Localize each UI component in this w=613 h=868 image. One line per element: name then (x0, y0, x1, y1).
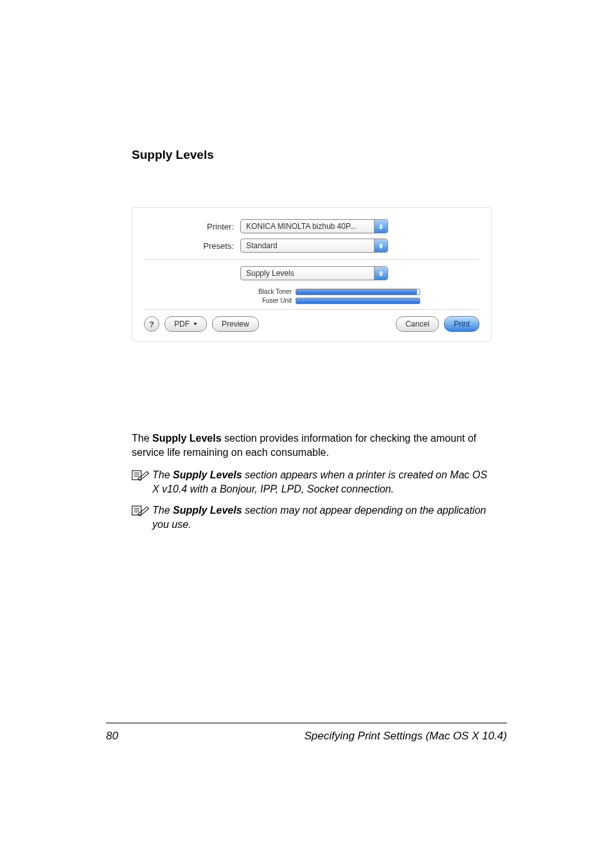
cancel-button[interactable]: Cancel (396, 316, 439, 332)
pdf-button[interactable]: PDF (164, 316, 207, 332)
note-text: The Supply Levels section may not appear… (152, 503, 492, 531)
note-icon (132, 468, 152, 496)
supply-bar-fill (296, 289, 417, 294)
supply-bar (296, 289, 420, 295)
printer-select[interactable]: KONICA MINOLTA bizhub 40P... (240, 219, 388, 233)
print-button-label: Print (454, 320, 470, 329)
supply-label: Fuser Unit (240, 297, 296, 304)
intro-paragraph: The Supply Levels section provides infor… (132, 431, 492, 459)
cancel-button-label: Cancel (405, 320, 429, 329)
section-heading: Supply Levels (132, 148, 492, 162)
pane-select[interactable]: Supply Levels (240, 266, 388, 280)
svg-rect-0 (132, 471, 141, 480)
pdf-button-label: PDF (174, 320, 190, 329)
pane-select-value: Supply Levels (246, 269, 294, 278)
printer-row: Printer: KONICA MINOLTA bizhub 40P... (144, 217, 479, 236)
text-fragment: The (152, 505, 173, 516)
chevron-down-icon (193, 323, 197, 325)
supply-label: Black Toner (240, 288, 296, 295)
text-bold: Supply Levels (173, 469, 242, 480)
help-button[interactable]: ? (144, 316, 159, 332)
page-footer: 80 Specifying Print Settings (Mac OS X 1… (106, 723, 507, 743)
svg-rect-4 (132, 506, 141, 515)
presets-label: Presets: (144, 241, 240, 251)
supply-bar (296, 298, 420, 304)
note-block: The Supply Levels section may not appear… (132, 503, 492, 531)
dropdown-arrows-icon (374, 239, 387, 252)
text-bold: Supply Levels (173, 505, 242, 516)
supply-levels-block: Black Toner Fuser Unit (240, 288, 420, 304)
supply-row: Fuser Unit (240, 297, 420, 304)
footer-title: Specifying Print Settings (Mac OS X 10.4… (304, 730, 507, 743)
pane-row: Supply Levels (144, 264, 479, 283)
preview-button-label: Preview (222, 320, 249, 329)
page-number: 80 (106, 730, 118, 743)
text-bold: Supply Levels (152, 433, 222, 444)
supply-bar-fill (296, 298, 420, 303)
presets-row: Presets: Standard (144, 236, 479, 260)
note-block: The Supply Levels section appears when a… (132, 468, 492, 496)
presets-select[interactable]: Standard (240, 239, 388, 253)
dialog-bottom-bar: ? PDF Preview Cancel Print (144, 309, 479, 332)
text-fragment: The (152, 469, 173, 480)
dropdown-arrows-icon (374, 220, 387, 233)
print-button[interactable]: Print (444, 316, 479, 332)
print-dialog: Printer: KONICA MINOLTA bizhub 40P... Pr… (132, 207, 492, 341)
help-icon: ? (149, 320, 154, 329)
note-text: The Supply Levels section appears when a… (152, 468, 492, 496)
text-fragment: The (132, 433, 152, 444)
presets-select-value: Standard (246, 241, 278, 250)
printer-label: Printer: (144, 222, 240, 231)
note-icon (132, 503, 152, 531)
body-text: The Supply Levels section provides infor… (132, 431, 492, 532)
supply-row: Black Toner (240, 288, 420, 295)
preview-button[interactable]: Preview (212, 316, 259, 332)
dropdown-arrows-icon (374, 267, 387, 280)
printer-select-value: KONICA MINOLTA bizhub 40P... (246, 222, 356, 231)
